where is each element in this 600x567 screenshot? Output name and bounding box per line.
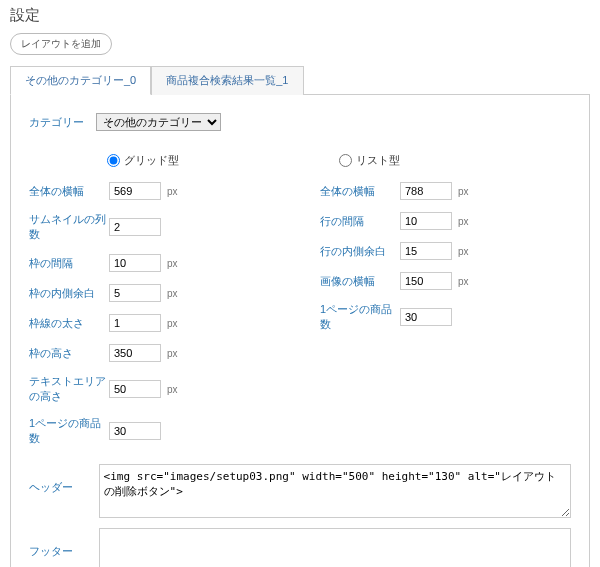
grid-input-2[interactable] xyxy=(109,254,161,272)
list-label-1: 行の間隔 xyxy=(320,214,400,229)
grid-unit-2: px xyxy=(167,258,178,269)
grid-input-1[interactable] xyxy=(109,218,161,236)
grid-input-0[interactable] xyxy=(109,182,161,200)
category-label: カテゴリー xyxy=(29,115,84,130)
list-input-2[interactable] xyxy=(400,242,452,260)
grid-input-4[interactable] xyxy=(109,314,161,332)
grid-input-7[interactable] xyxy=(109,422,161,440)
add-layout-button[interactable]: レイアウトを追加 xyxy=(10,33,112,55)
list-input-4[interactable] xyxy=(400,308,452,326)
grid-input-5[interactable] xyxy=(109,344,161,362)
list-unit-3: px xyxy=(458,276,469,287)
list-label-3: 画像の横幅 xyxy=(320,274,400,289)
list-radio-label: リスト型 xyxy=(356,153,400,168)
grid-input-3[interactable] xyxy=(109,284,161,302)
settings-panel: カテゴリー その他のカテゴリー グリッド型 リスト型 全体の横幅pxサムネイルの… xyxy=(10,95,590,567)
footer-textarea[interactable] xyxy=(99,528,571,567)
list-label-2: 行の内側余白 xyxy=(320,244,400,259)
list-input-3[interactable] xyxy=(400,272,452,290)
grid-unit-6: px xyxy=(167,384,178,395)
grid-input-6[interactable] xyxy=(109,380,161,398)
grid-unit-5: px xyxy=(167,348,178,359)
grid-unit-3: px xyxy=(167,288,178,299)
list-label-0: 全体の横幅 xyxy=(320,184,400,199)
footer-label: フッター xyxy=(29,528,99,559)
grid-radio[interactable] xyxy=(107,154,120,167)
list-unit-0: px xyxy=(458,186,469,197)
list-unit-1: px xyxy=(458,216,469,227)
grid-unit-0: px xyxy=(167,186,178,197)
grid-label-6: テキストエリアの高さ xyxy=(29,374,109,404)
list-radio[interactable] xyxy=(339,154,352,167)
grid-label-0: 全体の横幅 xyxy=(29,184,109,199)
grid-radio-label: グリッド型 xyxy=(124,153,179,168)
grid-label-5: 枠の高さ xyxy=(29,346,109,361)
header-textarea[interactable] xyxy=(99,464,571,518)
grid-label-2: 枠の間隔 xyxy=(29,256,109,271)
list-label-4: 1ページの商品数 xyxy=(320,302,400,332)
category-select[interactable]: その他のカテゴリー xyxy=(96,113,221,131)
grid-label-7: 1ページの商品数 xyxy=(29,416,109,446)
tab-other-category[interactable]: その他のカテゴリー_0 xyxy=(10,66,151,95)
tab-bar: その他のカテゴリー_0 商品複合検索結果一覧_1 xyxy=(10,65,590,95)
grid-label-3: 枠の内側余白 xyxy=(29,286,109,301)
grid-label-4: 枠線の太さ xyxy=(29,316,109,331)
header-label: ヘッダー xyxy=(29,464,99,495)
page-title: 設定 xyxy=(10,6,590,25)
grid-unit-4: px xyxy=(167,318,178,329)
grid-label-1: サムネイルの列数 xyxy=(29,212,109,242)
list-input-1[interactable] xyxy=(400,212,452,230)
list-unit-2: px xyxy=(458,246,469,257)
list-input-0[interactable] xyxy=(400,182,452,200)
tab-search-results[interactable]: 商品複合検索結果一覧_1 xyxy=(151,66,303,95)
